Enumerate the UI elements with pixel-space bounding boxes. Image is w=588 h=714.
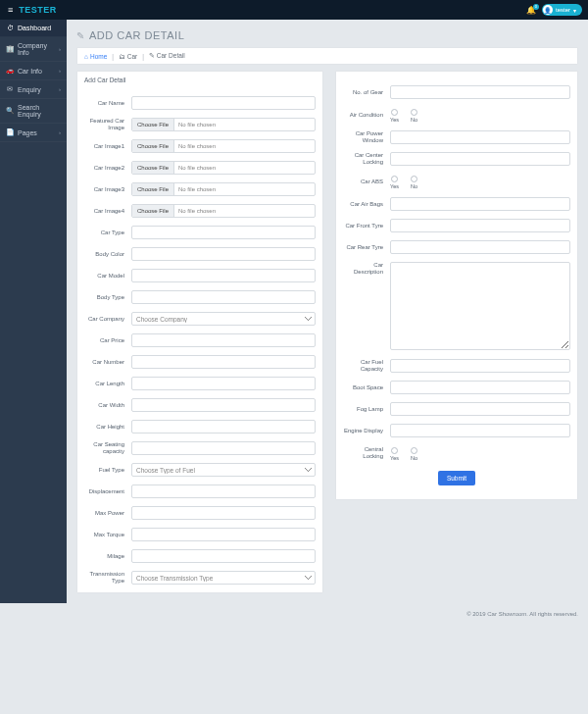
max-power-input[interactable] <box>131 506 316 520</box>
image4-file[interactable]: Choose FileNo file chosen <box>131 204 316 218</box>
center-locking-input[interactable] <box>390 152 570 166</box>
choose-file-button[interactable]: Choose File <box>132 119 174 130</box>
featured-image-file[interactable]: Choose FileNo file chosen <box>131 118 316 131</box>
label-number: Car Number <box>84 359 131 366</box>
description-textarea[interactable] <box>390 262 570 350</box>
edit-icon: ✎ <box>76 30 84 41</box>
chevron-right-icon: › <box>59 129 61 135</box>
max-torque-input[interactable] <box>131 528 316 541</box>
choose-file-button[interactable]: Choose File <box>132 183 174 195</box>
radio-yes[interactable] <box>391 176 398 182</box>
pages-icon: 📄 <box>6 128 14 136</box>
height-input[interactable] <box>131 420 316 434</box>
choose-file-button[interactable]: Choose File <box>132 140 174 152</box>
width-input[interactable] <box>131 398 316 412</box>
label-max-torque: Max Torque <box>84 532 131 538</box>
breadcrumb-home[interactable]: ⌂ Home <box>84 53 107 60</box>
notification-badge: 0 <box>533 4 539 10</box>
sidebar-item-car-info[interactable]: 🚗Car Info › <box>0 62 67 80</box>
displacement-input[interactable] <box>131 484 316 498</box>
car-model-input[interactable] <box>131 269 316 282</box>
home-icon: ⌂ <box>84 53 88 60</box>
choose-file-button[interactable]: Choose File <box>132 205 174 217</box>
sidebar-item-label: Pages <box>18 129 37 136</box>
car-name-input[interactable] <box>131 96 316 110</box>
air-bags-input[interactable] <box>390 197 570 211</box>
body-color-input[interactable] <box>131 247 316 261</box>
sidebar-item-label: Company Info <box>18 42 59 56</box>
car-type-input[interactable] <box>131 226 316 239</box>
label-car-name: Car Name <box>84 100 131 107</box>
sidebar-item-label: Search Enquiry <box>18 104 61 118</box>
label-car-type: Car Type <box>84 230 131 236</box>
file-status: No file chosen <box>174 122 220 128</box>
fuel-capacity-input[interactable] <box>390 359 570 373</box>
radio-no[interactable] <box>411 176 417 182</box>
label-seating: Car Seating capacity <box>84 441 131 455</box>
seating-input[interactable] <box>131 441 316 455</box>
label-transmission: Transmission Type <box>84 571 131 585</box>
footer-text: © 2019 Car Showroom. All rights reserved… <box>0 603 588 625</box>
fuel-type-select[interactable]: Choose Type of Fuel <box>131 463 316 477</box>
sidebar-item-company[interactable]: 🏢Company Info › <box>0 37 67 62</box>
bell-icon[interactable]: 🔔 0 <box>526 6 536 15</box>
chevron-right-icon: › <box>59 68 61 74</box>
breadcrumb: ⌂ Home | 🗂 Car | ✎ Car Detail <box>76 47 578 65</box>
choose-file-button[interactable]: Choose File <box>132 162 174 174</box>
brand-logo: TESTER <box>19 5 57 15</box>
number-input[interactable] <box>131 355 316 369</box>
image3-file[interactable]: Choose FileNo file chosen <box>131 182 316 196</box>
user-menu[interactable]: 👤 tester ▾ <box>542 4 582 16</box>
file-status: No file chosen <box>174 165 220 171</box>
file-status: No file chosen <box>174 186 220 192</box>
central-locking-radio: Yes No <box>390 445 570 461</box>
sidebar-item-enquiry[interactable]: ✉Enquiry › <box>0 80 67 99</box>
avatar-icon: 👤 <box>543 5 553 15</box>
label-displacement: Displacement <box>84 488 131 495</box>
user-name: tester <box>556 7 570 13</box>
fog-lamp-input[interactable] <box>390 402 570 416</box>
label-featured-image: Featured Car Image <box>84 118 131 131</box>
label-air-condition: Air Condition <box>343 112 390 119</box>
rear-tyre-input[interactable] <box>390 240 570 254</box>
company-select[interactable]: Choose Company <box>131 312 316 326</box>
breadcrumb-detail: ✎ Car Detail <box>149 52 185 60</box>
file-status: No file chosen <box>174 143 220 149</box>
label-car-model: Car Model <box>84 273 131 280</box>
menu-toggle-icon[interactable]: ≡ <box>8 5 13 15</box>
front-tyre-input[interactable] <box>390 219 570 232</box>
label-engine-display: Engine Display <box>343 428 390 434</box>
submit-button[interactable]: Submit <box>438 471 475 485</box>
length-input[interactable] <box>131 377 316 390</box>
label-image4: Car Image4 <box>84 208 131 215</box>
no-of-gear-input[interactable] <box>390 85 570 99</box>
radio-no[interactable] <box>411 447 417 454</box>
sidebar-item-pages[interactable]: 📄Pages › <box>0 124 67 142</box>
body-type-input[interactable] <box>131 290 316 304</box>
label-rear-tyre: Car Rear Tyre <box>343 244 390 251</box>
label-body-type: Body Type <box>84 294 131 301</box>
card-add-car-detail: Add Car Detail Car Name Featured Car Ima… <box>76 71 323 593</box>
radio-yes[interactable] <box>391 109 398 116</box>
power-window-input[interactable] <box>390 130 570 144</box>
label-company: Car Company <box>84 316 131 323</box>
label-air-bags: Car Air Bags <box>343 201 390 208</box>
label-no-of-gear: No. of Gear <box>343 89 390 96</box>
boot-space-input[interactable] <box>390 381 570 394</box>
label-fuel-type: Fuel Type <box>84 467 131 474</box>
price-input[interactable] <box>131 333 316 347</box>
image1-file[interactable]: Choose FileNo file chosen <box>131 139 316 153</box>
sidebar-item-search-enquiry[interactable]: 🔍Search Enquiry <box>0 99 67 124</box>
image2-file[interactable]: Choose FileNo file chosen <box>131 161 316 175</box>
transmission-select[interactable]: Choose Transmission Type <box>131 571 316 585</box>
file-status: No file chosen <box>174 208 220 214</box>
milage-input[interactable] <box>131 549 316 563</box>
main-content: ✎ ADD CAR DETAIL ⌂ Home | 🗂 Car | ✎ Car … <box>67 20 588 603</box>
radio-yes[interactable] <box>391 447 398 454</box>
breadcrumb-car[interactable]: 🗂 Car <box>119 53 137 60</box>
engine-display-input[interactable] <box>390 424 570 437</box>
sidebar-item-dashboard[interactable]: ⏱Dashboard <box>0 20 67 37</box>
radio-no[interactable] <box>411 109 417 116</box>
topbar-right: 🔔 0 👤 tester ▾ <box>526 0 582 20</box>
label-price: Car Price <box>84 337 131 344</box>
